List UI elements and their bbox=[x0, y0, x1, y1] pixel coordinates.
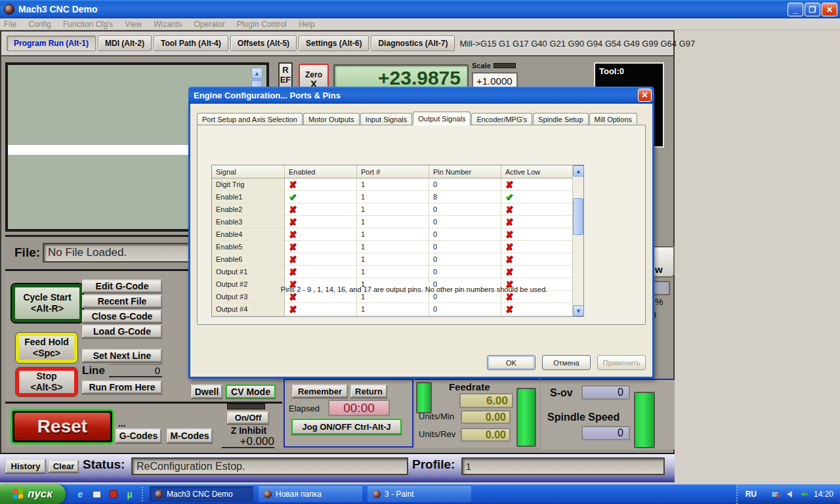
active-low-mark[interactable]: ✘ bbox=[501, 241, 574, 253]
enabled-mark[interactable]: . bbox=[285, 316, 357, 317]
media-player-icon[interactable] bbox=[108, 489, 119, 500]
port-number[interactable]: 1 bbox=[357, 266, 429, 278]
feedrate-value[interactable]: 6.00 bbox=[459, 393, 513, 408]
fro-bar[interactable] bbox=[416, 382, 432, 413]
menu-item[interactable]: Operator bbox=[194, 20, 225, 29]
active-low-mark[interactable]: ✘ bbox=[501, 303, 574, 316]
stop-button[interactable]: Stop <Alt-S> bbox=[16, 368, 77, 396]
cancel-button[interactable]: Отмена bbox=[542, 355, 591, 370]
dwell-button[interactable]: Dwell bbox=[191, 385, 222, 398]
spindle-speed-value[interactable]: 0 bbox=[581, 426, 630, 440]
enabled-mark[interactable]: ✘ bbox=[285, 253, 357, 266]
feed-hold-button[interactable]: Feed Hold <Spc> bbox=[16, 333, 77, 363]
table-scrollbar[interactable]: ▲ ▼ bbox=[572, 165, 583, 316]
spindle-bar[interactable] bbox=[634, 392, 655, 448]
reset-button[interactable]: Reset bbox=[10, 409, 114, 444]
scroll-up-icon[interactable]: ▲ bbox=[251, 68, 262, 79]
pin-number[interactable]: 8 bbox=[429, 191, 501, 203]
active-low-mark[interactable]: ✘ bbox=[501, 203, 574, 216]
active-low-mark[interactable]: ✘ bbox=[501, 178, 574, 191]
pin-number[interactable]: 0 bbox=[429, 203, 501, 216]
port-number[interactable]: 1 bbox=[357, 191, 429, 203]
menu-item[interactable]: Help bbox=[299, 20, 315, 29]
screen-tab[interactable]: MDI (Alt-2) bbox=[98, 35, 152, 51]
scroll-thumb[interactable] bbox=[573, 198, 583, 235]
gcodes-button[interactable]: G-Codes bbox=[116, 429, 161, 443]
menu-item[interactable]: View bbox=[125, 20, 142, 29]
active-low-mark[interactable]: ✘ bbox=[501, 228, 574, 241]
dialog-titlebar[interactable]: Engine Configuration... Ports & Pins ✕ bbox=[188, 87, 654, 104]
history-button[interactable]: History bbox=[5, 459, 46, 473]
dialog-tab[interactable]: Mill Options bbox=[589, 113, 637, 125]
gcode-file-button[interactable]: Close G-Code bbox=[82, 310, 162, 323]
utorrent-icon[interactable]: µ bbox=[124, 489, 135, 500]
dialog-tab[interactable]: Encoder/MPG's bbox=[471, 113, 532, 125]
gcode-file-button[interactable]: Load G-Code bbox=[82, 325, 162, 338]
dialog-close-icon[interactable]: ✕ bbox=[638, 89, 652, 102]
screen-tab[interactable]: Tool Path (Alt-4) bbox=[154, 35, 228, 51]
menu-item[interactable]: PlugIn Control bbox=[237, 20, 287, 29]
screen-tab[interactable]: Diagnostics (Alt-7) bbox=[371, 35, 455, 51]
pin-number[interactable]: 0 bbox=[429, 178, 501, 191]
set-next-line-button[interactable]: Set Next Line bbox=[82, 349, 162, 362]
active-low-mark[interactable]: ✔ bbox=[501, 191, 574, 203]
line-value[interactable]: 0 bbox=[109, 364, 162, 377]
enabled-mark[interactable]: ✔ bbox=[285, 191, 357, 203]
active-low-mark[interactable]: . bbox=[501, 316, 574, 317]
port-number[interactable]: 1 bbox=[357, 303, 429, 316]
ok-button[interactable]: OK bbox=[487, 355, 536, 370]
feedrate-bar[interactable] bbox=[516, 388, 536, 447]
start-button[interactable]: пуск bbox=[0, 484, 66, 504]
port-number[interactable]: 1 bbox=[357, 241, 429, 253]
active-low-mark[interactable]: ✘ bbox=[501, 216, 574, 228]
enabled-mark[interactable]: ✘ bbox=[285, 228, 357, 241]
scroll-down-icon[interactable]: ▼ bbox=[573, 305, 584, 316]
cv-mode-button[interactable]: CV Mode bbox=[226, 385, 276, 398]
restore-button[interactable]: ❐ bbox=[805, 3, 820, 16]
network-icon[interactable]: ✕ bbox=[770, 490, 780, 499]
pin-number[interactable]: 0 bbox=[429, 266, 501, 278]
return-button[interactable]: Return bbox=[350, 385, 387, 398]
z-inhibit-value[interactable]: +0.000 bbox=[222, 435, 274, 448]
active-low-mark[interactable]: ✘ bbox=[501, 266, 574, 278]
ie-icon[interactable]: e bbox=[75, 489, 86, 500]
screen-tab[interactable]: Settings (Alt-6) bbox=[299, 35, 369, 51]
dialog-tab[interactable]: Motor Outputs bbox=[303, 113, 360, 125]
jog-follow-button-partial[interactable]: w bbox=[652, 246, 675, 278]
dialog-tab[interactable]: Output Signals bbox=[413, 112, 471, 125]
taskbar-task-button[interactable]: 3 - Paint bbox=[368, 486, 471, 502]
taskbar-task-button[interactable]: Mach3 CNC Demo bbox=[150, 486, 253, 502]
screen-tab[interactable]: Program Run (Alt-1) bbox=[7, 35, 96, 51]
remember-button[interactable]: Remember bbox=[292, 385, 348, 398]
pin-number[interactable]: 0 bbox=[429, 253, 501, 266]
enabled-mark[interactable]: ✘ bbox=[285, 303, 357, 316]
pin-number[interactable]: 0 bbox=[429, 216, 501, 228]
gcode-file-button[interactable]: Recent File bbox=[82, 295, 162, 308]
scroll-up-icon[interactable]: ▲ bbox=[573, 165, 584, 177]
dialog-tab[interactable]: Spindle Setup bbox=[533, 113, 589, 125]
minimize-button[interactable]: _ bbox=[788, 3, 803, 16]
dialog-tab[interactable]: Port Setup and Axis Selection bbox=[197, 113, 303, 125]
menu-item[interactable]: File bbox=[4, 20, 16, 29]
active-low-mark[interactable]: ✘ bbox=[501, 253, 574, 266]
gcode-file-button[interactable]: Edit G-Code bbox=[82, 280, 162, 293]
clear-button[interactable]: Clear bbox=[49, 460, 79, 472]
pin-number[interactable]: . bbox=[429, 316, 501, 317]
run-from-here-button[interactable]: Run From Here bbox=[82, 381, 162, 394]
port-number[interactable]: 1 bbox=[357, 178, 429, 191]
enabled-mark[interactable]: ✘ bbox=[285, 178, 357, 191]
jog-onoff-button[interactable]: Jog ON/OFF Ctrl-Alt-J bbox=[291, 419, 402, 434]
volume-icon[interactable] bbox=[785, 490, 795, 499]
enabled-mark[interactable]: ✘ bbox=[285, 266, 357, 278]
enabled-mark[interactable]: ✘ bbox=[285, 216, 357, 228]
pin-number[interactable]: 0 bbox=[429, 303, 501, 316]
sov-value[interactable]: 0 bbox=[581, 385, 630, 400]
menu-item[interactable]: Wizards bbox=[154, 20, 182, 29]
enabled-mark[interactable]: ✘ bbox=[285, 241, 357, 253]
enabled-mark[interactable]: ✘ bbox=[285, 203, 357, 216]
pin-number[interactable]: 0 bbox=[429, 228, 501, 241]
port-number[interactable]: 1 bbox=[357, 228, 429, 241]
z-inhibit-onoff-button[interactable]: On/Off bbox=[227, 411, 269, 424]
taskbar-task-button[interactable]: Новая папка bbox=[259, 486, 362, 502]
close-button[interactable]: ✕ bbox=[822, 3, 837, 16]
